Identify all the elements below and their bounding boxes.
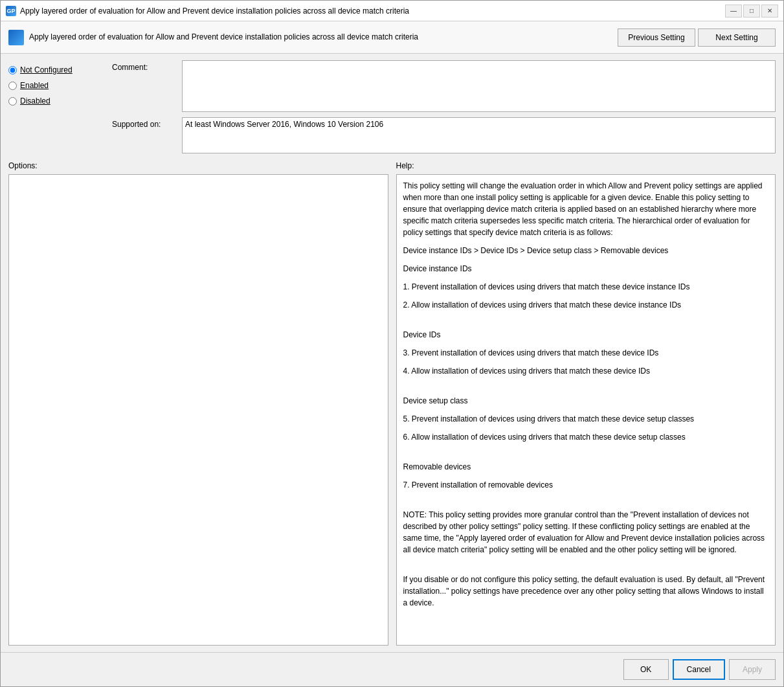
maximize-button[interactable]: □	[743, 5, 760, 17]
title-controls: — □ ✕	[725, 5, 778, 17]
footer: OK Cancel Apply	[1, 652, 783, 686]
header-left: Apply layered order of evaluation for Al…	[8, 30, 507, 45]
comment-row: Comment:	[112, 60, 776, 112]
main-window: GP Apply layered order of evaluation for…	[0, 0, 784, 687]
help-section1-title: Device instance IDs	[403, 263, 769, 275]
help-box: This policy setting will change the eval…	[396, 174, 776, 646]
help-section4-item1: 7. Prevent installation of removable dev…	[403, 479, 769, 491]
enabled-option[interactable]: Enabled	[8, 81, 112, 90]
radio-group: Not Configured Enabled Disabled	[8, 60, 112, 153]
help-section2-item2: 4. Allow installation of devices using d…	[403, 365, 769, 377]
help-content: This policy setting will change the eval…	[403, 180, 769, 609]
minimize-button[interactable]: —	[725, 5, 742, 17]
disabled-radio[interactable]	[8, 97, 17, 106]
help-para1: This policy setting will change the eval…	[403, 180, 769, 238]
header-bar: Apply layered order of evaluation for Al…	[1, 21, 783, 54]
header-title: Apply layered order of evaluation for Al…	[29, 32, 418, 43]
close-button[interactable]: ✕	[761, 5, 778, 17]
help-section1-item1: 1. Prevent installation of devices using…	[403, 281, 769, 293]
header-buttons: Previous Setting Next Setting	[618, 28, 776, 47]
supported-input	[182, 117, 776, 153]
title-bar: GP Apply layered order of evaluation for…	[1, 1, 783, 21]
not-configured-radio[interactable]	[8, 66, 17, 74]
help-column: Help: This policy setting will change th…	[396, 161, 776, 646]
disabled-option[interactable]: Disabled	[8, 96, 112, 106]
help-note: NOTE: This policy setting provides more …	[403, 509, 769, 556]
previous-setting-button[interactable]: Previous Setting	[618, 28, 695, 47]
help-hierarchy: Device instance IDs > Device IDs > Devic…	[403, 245, 769, 256]
ok-button[interactable]: OK	[623, 659, 669, 680]
options-column: Options:	[8, 161, 388, 646]
help-disable-note: If you disable or do not configure this …	[403, 574, 769, 609]
help-section4-title: Removable devices	[403, 461, 769, 473]
enabled-label: Enabled	[20, 81, 49, 90]
title-bar-left: GP Apply layered order of evaluation for…	[6, 6, 409, 16]
options-box	[8, 174, 388, 646]
supported-row: Supported on:	[112, 117, 776, 153]
not-configured-option[interactable]: Not Configured	[8, 65, 112, 74]
help-section3-item1: 5. Prevent installation of devices using…	[403, 413, 769, 425]
header-icon	[8, 30, 24, 45]
apply-button[interactable]: Apply	[729, 659, 776, 680]
help-header: Help:	[396, 161, 776, 170]
help-section3-item2: 6. Allow installation of devices using d…	[403, 431, 769, 443]
disabled-label: Disabled	[20, 96, 50, 106]
main-section: Options: Help: This policy setting will …	[8, 161, 776, 646]
content-area: Not Configured Enabled Disabled Comment:	[1, 54, 783, 652]
help-section1-item2: 2. Allow installation of devices using d…	[403, 299, 769, 311]
next-setting-button[interactable]: Next Setting	[698, 28, 776, 47]
supported-label: Supported on:	[112, 117, 177, 129]
form-fields: Comment: Supported on:	[112, 60, 776, 153]
help-section2-item1: 3. Prevent installation of devices using…	[403, 347, 769, 359]
enabled-radio[interactable]	[8, 82, 17, 90]
top-section: Not Configured Enabled Disabled Comment:	[8, 60, 776, 153]
window-title: Apply layered order of evaluation for Al…	[20, 6, 409, 16]
help-section2-title: Device IDs	[403, 329, 769, 341]
window-icon: GP	[6, 6, 16, 16]
comment-input[interactable]	[182, 60, 776, 112]
comment-label: Comment:	[112, 60, 177, 72]
cancel-button[interactable]: Cancel	[673, 659, 725, 680]
not-configured-label: Not Configured	[20, 65, 73, 74]
options-header: Options:	[8, 161, 388, 170]
help-section3-title: Device setup class	[403, 395, 769, 407]
